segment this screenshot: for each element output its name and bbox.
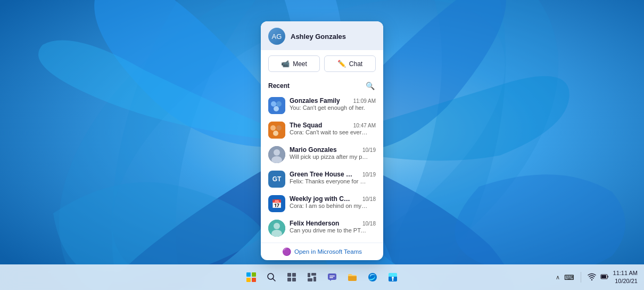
wifi-icon[interactable]	[588, 273, 596, 282]
svg-rect-27	[287, 273, 291, 277]
chat-avatar-felix-henderson	[268, 220, 285, 237]
chat-compose-icon: ✏️	[337, 60, 346, 68]
svg-rect-42	[392, 279, 393, 281]
teams-icon: 🟣	[282, 247, 291, 256]
recent-header: Recent 🔍	[261, 77, 383, 93]
taskbar-clock[interactable]: 11:11 AM 10/20/21	[613, 269, 638, 286]
chat-avatar-gonzales-family	[268, 97, 285, 114]
svg-point-9	[270, 125, 276, 131]
svg-rect-45	[601, 275, 606, 278]
system-tray-expand[interactable]: ∧	[556, 274, 560, 281]
svg-point-5	[271, 101, 276, 107]
svg-point-6	[276, 101, 282, 107]
chat-item-green-tree-pta[interactable]: GT Green Tree House PTA 10/19 Felix: Tha…	[261, 167, 383, 191]
chat-item-mario-gonzales[interactable]: Mario Gonzales 10/19 Will pick up pizza …	[261, 142, 383, 167]
panel-header: AG Ashley Gonzales	[261, 21, 383, 50]
svg-line-26	[273, 279, 276, 281]
chat-avatar-the-squad	[268, 122, 285, 139]
meet-icon: 📹	[281, 60, 290, 68]
open-teams-button[interactable]: 🟣 Open in Microsoft Teams	[261, 243, 383, 260]
user-avatar: AG	[268, 28, 285, 45]
svg-rect-32	[311, 273, 316, 276]
chat-taskbar-button[interactable]	[324, 269, 341, 286]
svg-rect-31	[308, 273, 310, 277]
file-explorer-button[interactable]	[344, 269, 361, 286]
desktop: AG Ashley Gonzales 📹 Meet ✏️ Chat Recent…	[0, 0, 644, 290]
svg-point-10	[276, 125, 282, 131]
taskbar: ∧ ⌨	[0, 264, 644, 290]
svg-point-16	[274, 223, 280, 229]
chat-button[interactable]: ✏️ Chat	[324, 55, 376, 72]
taskbar-right: ∧ ⌨	[556, 269, 638, 286]
svg-rect-23	[246, 278, 251, 282]
svg-point-13	[274, 149, 280, 156]
meet-button[interactable]: 📹 Meet	[268, 55, 320, 72]
store-button[interactable]	[384, 269, 401, 286]
svg-rect-22	[252, 272, 256, 277]
svg-rect-24	[252, 278, 256, 282]
panel-actions: 📹 Meet ✏️ Chat	[261, 50, 383, 77]
svg-rect-46	[607, 276, 608, 277]
svg-rect-29	[287, 278, 291, 281]
svg-rect-34	[313, 277, 316, 281]
svg-point-43	[591, 279, 592, 280]
svg-rect-28	[292, 273, 296, 277]
chat-item-the-squad[interactable]: The Squad 10:47 AM Cora: Can't wait to s…	[261, 118, 383, 142]
chat-avatar-green-tree-pta: GT	[268, 171, 285, 188]
svg-rect-30	[292, 278, 296, 281]
svg-point-7	[274, 106, 279, 111]
svg-rect-35	[328, 273, 336, 280]
chat-info-the-squad: The Squad 10:47 AM Cora: Can't wait to s…	[290, 122, 376, 135]
recent-label: Recent	[268, 82, 290, 90]
svg-rect-36	[329, 276, 335, 277]
svg-rect-37	[329, 277, 333, 278]
edge-button[interactable]	[364, 269, 381, 286]
chat-info-gonzales-family: Gonzales Family 11:09 AM You: Can't get …	[290, 97, 376, 111]
user-name: Ashley Gonzales	[291, 33, 346, 41]
task-view-button[interactable]	[283, 269, 300, 286]
chat-info-mario-gonzales: Mario Gonzales 10/19 Will pick up pizza …	[290, 146, 376, 160]
taskbar-divider	[581, 272, 581, 283]
chat-info-felix-henderson: Felix Henderson 10/18 Can you drive me t…	[290, 220, 376, 233]
svg-point-11	[273, 131, 278, 136]
chat-info-weekly-jog: Weekly jog with Cora 10/18 Cora: I am so…	[290, 195, 376, 209]
chat-list: Gonzales Family 11:09 AM You: Can't get …	[261, 93, 383, 243]
chat-item-gonzales-family[interactable]: Gonzales Family 11:09 AM You: Can't get …	[261, 93, 383, 118]
svg-point-41	[392, 277, 394, 279]
svg-rect-33	[308, 278, 312, 281]
chat-item-weekly-jog[interactable]: 📅 Weekly jog with Cora 10/18 Cora: I am …	[261, 191, 383, 216]
taskbar-center	[243, 269, 401, 286]
chat-info-green-tree-pta: Green Tree House PTA 10/19 Felix: Thanks…	[290, 171, 376, 184]
user-initials: AG	[272, 33, 282, 41]
chat-avatar-weekly-jog: 📅	[268, 195, 285, 212]
chat-panel: AG Ashley Gonzales 📹 Meet ✏️ Chat Recent…	[261, 21, 383, 260]
start-button[interactable]	[243, 269, 260, 286]
svg-rect-8	[268, 122, 285, 139]
battery-icon[interactable]	[600, 273, 609, 282]
widgets-button[interactable]	[303, 269, 320, 286]
search-recent-icon[interactable]: 🔍	[365, 80, 376, 91]
svg-rect-21	[246, 272, 251, 277]
chat-avatar-mario-gonzales	[268, 146, 285, 163]
search-button[interactable]	[263, 269, 280, 286]
keyboard-icon[interactable]: ⌨	[564, 273, 574, 281]
chat-item-felix-henderson[interactable]: Felix Henderson 10/18 Can you drive me t…	[261, 216, 383, 240]
